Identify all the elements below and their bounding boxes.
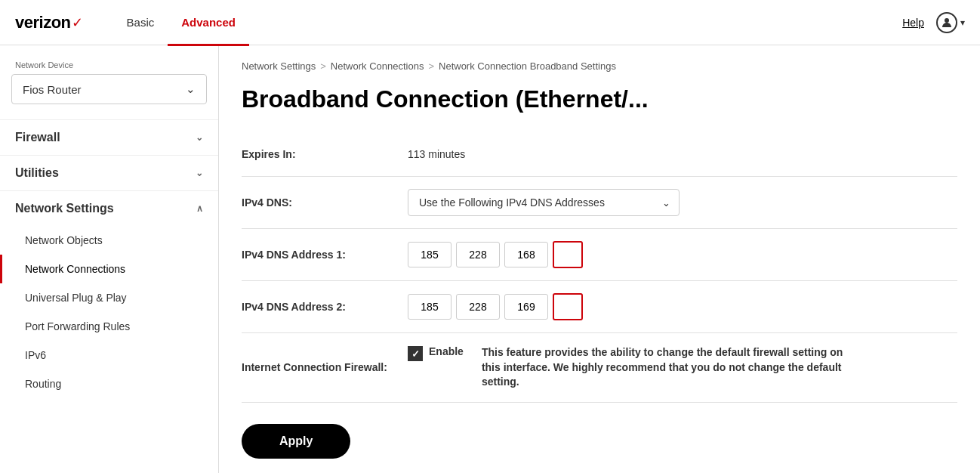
- firewall-description: This feature provides the ability to cha…: [482, 345, 859, 390]
- firewall-checkbox[interactable]: ✓: [408, 346, 423, 361]
- sidebar-item-port-forwarding[interactable]: Port Forwarding Rules: [0, 312, 218, 341]
- dns2-inputs: [408, 293, 583, 320]
- dns1-last-box[interactable]: [553, 241, 583, 268]
- device-select-chevron: ⌄: [186, 82, 196, 96]
- header: verizon ✓ Basic Advanced Help ▾: [0, 0, 980, 45]
- breadcrumb-sep-2: >: [428, 60, 434, 72]
- expires-row: Expires In: 113 minutes: [242, 131, 957, 177]
- breadcrumb-network-connections[interactable]: Network Connections: [331, 60, 424, 72]
- dns1-inputs: [408, 241, 583, 268]
- ipv4-dns-row: IPv4 DNS: Automatic (DHCP) Use the Follo…: [242, 177, 957, 229]
- sidebar-section-network-settings[interactable]: Network Settings ∧: [0, 191, 218, 226]
- breadcrumb: Network Settings > Network Connections >…: [242, 45, 957, 79]
- apply-button[interactable]: Apply: [242, 424, 350, 459]
- dns2-octet3[interactable]: [504, 294, 548, 320]
- user-avatar: [936, 12, 957, 33]
- expires-value: 113 minutes: [408, 148, 465, 160]
- ipv4-dns-label: IPv4 DNS:: [242, 196, 408, 209]
- nav-advanced[interactable]: Advanced: [168, 1, 249, 46]
- sidebar-item-network-objects[interactable]: Network Objects: [0, 226, 218, 255]
- sidebar-section-firewall[interactable]: Firewall ⌄: [0, 120, 218, 155]
- network-settings-chevron-icon: ∧: [196, 203, 203, 214]
- firewall-enable-label: Enable: [429, 345, 464, 357]
- device-name: Fios Router: [23, 83, 82, 96]
- sidebar-section-utilities[interactable]: Utilities ⌄: [0, 156, 218, 190]
- dns2-row: IPv4 DNS Address 2:: [242, 281, 957, 333]
- sidebar-section-network-settings-label: Network Settings: [15, 202, 114, 215]
- ipv4-dns-select[interactable]: Automatic (DHCP) Use the Following IPv4 …: [408, 189, 680, 216]
- page-title: Broadband Connection (Ethernet/...: [242, 85, 957, 113]
- dns1-row: IPv4 DNS Address 1:: [242, 229, 957, 281]
- main-layout: Network Device Fios Router ⌄ Firewall ⌄ …: [0, 45, 980, 473]
- dns2-octet1[interactable]: [408, 294, 451, 320]
- sidebar-section-utilities-label: Utilities: [15, 166, 59, 180]
- dns2-control: [408, 293, 957, 320]
- svg-point-0: [945, 18, 949, 23]
- dns1-octet1[interactable]: [408, 242, 451, 267]
- dns2-label: IPv4 DNS Address 2:: [242, 301, 408, 313]
- utilities-chevron-icon: ⌄: [196, 168, 203, 178]
- checkbox-check-icon: ✓: [411, 348, 420, 360]
- user-chevron-icon: ▾: [960, 17, 965, 28]
- dns1-octet2[interactable]: [456, 242, 500, 267]
- dns1-label: IPv4 DNS Address 1:: [242, 249, 408, 261]
- dns2-last-box[interactable]: [553, 293, 583, 320]
- sidebar: Network Device Fios Router ⌄ Firewall ⌄ …: [0, 45, 219, 473]
- dns2-octet2[interactable]: [456, 294, 500, 320]
- device-select[interactable]: Fios Router ⌄: [11, 74, 207, 104]
- logo-text: verizon: [15, 13, 71, 32]
- firewall-control: ✓ Enable This feature provides the abili…: [408, 345, 957, 390]
- firewall-checkbox-row: ✓ Enable This feature provides the abili…: [408, 345, 859, 390]
- nav-basic[interactable]: Basic: [113, 1, 168, 46]
- firewall-label: Internet Connection Firewall:: [242, 361, 408, 373]
- dns1-octet3[interactable]: [504, 242, 548, 267]
- breadcrumb-network-settings[interactable]: Network Settings: [242, 60, 316, 72]
- ipv4-dns-control: Automatic (DHCP) Use the Following IPv4 …: [408, 189, 957, 216]
- dns-select-wrapper: Automatic (DHCP) Use the Following IPv4 …: [408, 189, 680, 216]
- expires-label: Expires In:: [242, 148, 408, 160]
- sidebar-item-routing[interactable]: Routing: [0, 369, 218, 398]
- firewall-chevron-icon: ⌄: [196, 132, 203, 143]
- logo-checkmark: ✓: [72, 14, 83, 31]
- firewall-row: Internet Connection Firewall: ✓ Enable T…: [242, 333, 957, 403]
- breadcrumb-broadband-settings[interactable]: Network Connection Broadband Settings: [439, 60, 616, 72]
- user-menu[interactable]: ▾: [936, 12, 965, 33]
- logo: verizon ✓: [15, 13, 83, 32]
- sidebar-item-universal-plug-play[interactable]: Universal Plug & Play: [0, 283, 218, 312]
- dns1-control: [408, 241, 957, 268]
- help-link[interactable]: Help: [902, 17, 924, 29]
- breadcrumb-sep-1: >: [320, 60, 326, 72]
- sidebar-section-firewall-label: Firewall: [15, 131, 60, 144]
- network-device-label: Network Device: [0, 60, 218, 74]
- main-content: Network Settings > Network Connections >…: [219, 45, 980, 473]
- header-right: Help ▾: [902, 12, 965, 33]
- sidebar-item-ipv6[interactable]: IPv6: [0, 341, 218, 369]
- top-nav: Basic Advanced: [113, 0, 249, 45]
- sidebar-item-network-connections[interactable]: Network Connections: [0, 255, 218, 283]
